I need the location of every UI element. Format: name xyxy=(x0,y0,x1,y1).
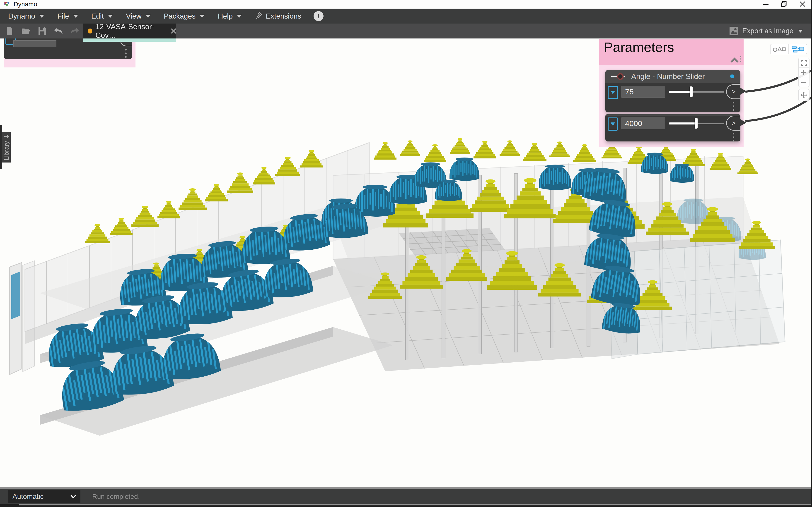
minimize-button[interactable] xyxy=(759,0,773,8)
close-button[interactable] xyxy=(796,0,809,8)
output-port[interactable]: > xyxy=(726,84,741,99)
zoom-out-button[interactable] xyxy=(799,77,809,87)
chevron-down-icon xyxy=(798,30,803,33)
library-tab[interactable]: Library xyxy=(2,132,11,163)
library-tab-label: Library xyxy=(3,141,10,161)
close-tab-icon[interactable] xyxy=(170,28,176,34)
geometry-view-icon xyxy=(773,46,786,52)
node-menu-dots[interactable] xyxy=(125,49,126,58)
statusbar-divider xyxy=(0,487,812,489)
active-tab-underline xyxy=(83,39,176,42)
menu-dynamo[interactable]: Dynamo xyxy=(8,12,44,20)
node-menu-dots[interactable] xyxy=(733,133,734,142)
graph-view-icon xyxy=(792,46,804,53)
window-right-border xyxy=(811,0,812,507)
slider-track[interactable] xyxy=(669,117,724,129)
node-header-sliver xyxy=(605,114,741,116)
chevron-down-icon xyxy=(146,15,151,18)
save-button[interactable] xyxy=(37,26,47,36)
wire-connector xyxy=(741,119,746,126)
menu-bar: Dynamo File Edit View Packages Help Exte… xyxy=(0,9,812,23)
chevron-down-icon xyxy=(108,15,113,18)
menu-file[interactable]: File xyxy=(57,12,78,20)
menu-extensions[interactable]: Extensions xyxy=(255,12,301,20)
undo-button[interactable] xyxy=(53,26,63,36)
chevron-down-icon xyxy=(73,15,78,18)
minus-icon xyxy=(801,79,807,85)
geometry-view-button[interactable] xyxy=(770,44,789,54)
title-bar[interactable]: Dynamo xyxy=(0,0,812,9)
slider-thumb[interactable] xyxy=(695,118,698,128)
preview-indicator-dot[interactable] xyxy=(730,74,734,78)
zoom-controls[interactable] xyxy=(798,58,810,87)
output-port[interactable]: > xyxy=(726,116,741,130)
chevron-down-icon xyxy=(237,15,242,18)
menu-view[interactable]: View xyxy=(126,12,151,20)
slider-value-input[interactable] xyxy=(621,117,665,129)
workspace-tab-label: 12-VASA-Sensor-Cov… xyxy=(95,22,165,40)
dynamo-logo-icon xyxy=(3,0,11,8)
plus-icon xyxy=(801,69,807,75)
chevron-down-icon xyxy=(39,15,44,18)
new-file-button[interactable] xyxy=(5,26,14,36)
image-icon xyxy=(729,27,738,35)
slider-track[interactable] xyxy=(669,86,724,98)
menu-help[interactable]: Help xyxy=(218,12,242,20)
chevron-down-icon xyxy=(200,15,205,18)
bottom-edge-strip xyxy=(0,504,812,507)
status-bar: Automatic Run completed. xyxy=(0,489,812,504)
slider-dropdown-button[interactable] xyxy=(608,86,618,99)
node-header[interactable]: Angle - Number Slider xyxy=(605,70,741,82)
pan-icon xyxy=(801,92,807,99)
pan-button[interactable] xyxy=(798,89,810,101)
unsaved-indicator-dot xyxy=(88,29,92,34)
restore-button[interactable] xyxy=(777,0,791,8)
group-partial-topleft xyxy=(4,39,136,67)
export-as-image-button[interactable]: Export as Image xyxy=(729,23,803,39)
value-box-partial[interactable] xyxy=(13,40,56,47)
chevron-down-icon xyxy=(70,495,76,498)
run-mode-select[interactable]: Automatic xyxy=(8,490,81,503)
expand-arrow-icon xyxy=(4,134,9,139)
fit-view-icon xyxy=(801,60,807,66)
number-slider-node-2[interactable]: > xyxy=(605,114,741,142)
pin-icon xyxy=(255,12,263,20)
notification-icon[interactable]: ! xyxy=(314,11,323,21)
fit-view-button[interactable] xyxy=(801,58,807,67)
zoom-in-button[interactable] xyxy=(799,67,809,77)
slider-value-input[interactable] xyxy=(621,86,665,98)
group-title: Parameters xyxy=(604,39,674,55)
menu-edit[interactable]: Edit xyxy=(91,12,113,20)
slider-dropdown-button[interactable] xyxy=(608,117,618,130)
redo-button[interactable] xyxy=(70,26,80,36)
number-slider-node-angle[interactable]: Angle - Number Slider > xyxy=(605,70,741,112)
group-menu-dots[interactable] xyxy=(740,56,741,62)
open-file-button[interactable] xyxy=(21,26,31,36)
node-menu-dots[interactable] xyxy=(733,102,734,111)
library-edge-strip xyxy=(0,125,2,169)
wire-connector xyxy=(741,88,746,95)
graph-view-button[interactable] xyxy=(789,44,807,54)
slider-icon xyxy=(611,73,625,80)
window-title: Dynamo xyxy=(14,1,37,8)
view-toggle[interactable] xyxy=(770,44,807,54)
node-title: Angle - Number Slider xyxy=(631,72,705,81)
parameters-group[interactable]: Parameters Angle - Number Slider > xyxy=(599,39,744,147)
workspace-tab[interactable]: 12-VASA-Sensor-Cov… xyxy=(83,23,176,39)
collapse-chevron-icon[interactable] xyxy=(730,57,739,63)
menu-packages[interactable]: Packages xyxy=(164,12,205,20)
slider-thumb[interactable] xyxy=(690,87,693,97)
run-status-text: Run completed. xyxy=(92,493,140,500)
parameters-group-header[interactable]: Parameters xyxy=(599,39,744,65)
